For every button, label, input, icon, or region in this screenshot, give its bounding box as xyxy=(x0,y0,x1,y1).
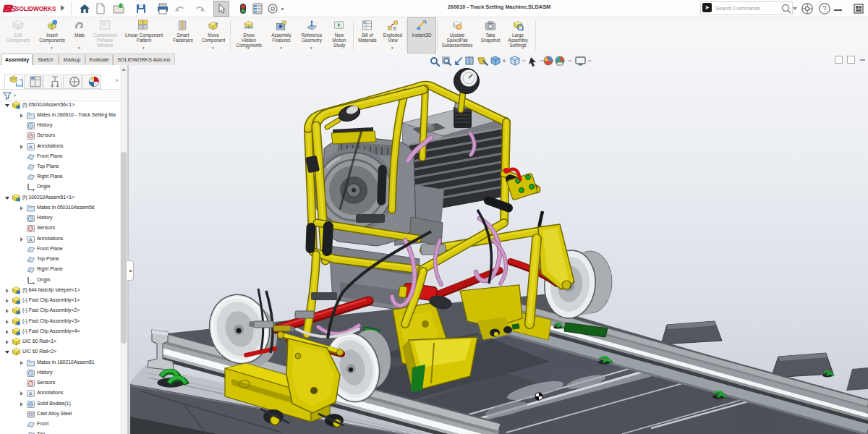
svg-text:?: ? xyxy=(822,5,827,13)
svg-text:A: A xyxy=(29,391,33,397)
svg-text:SOLIDWORKS: SOLIDWORKS xyxy=(15,6,56,12)
svg-text:A: A xyxy=(29,144,33,150)
svg-text:A: A xyxy=(29,237,33,243)
